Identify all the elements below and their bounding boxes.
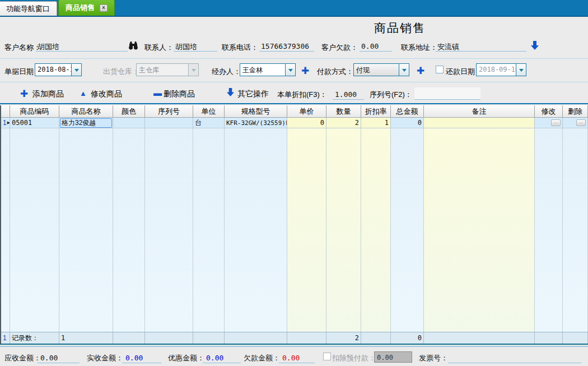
invoice-label: 发票号：: [419, 353, 448, 363]
cell-unit[interactable]: 台: [193, 118, 225, 128]
phone-label: 联系电话：: [222, 43, 258, 53]
column-header[interactable]: 序列号: [145, 105, 193, 117]
deduct-prepay-checkbox[interactable]: [323, 353, 331, 360]
table-row[interactable]: 1 ▶ 05001 格力32俊越 台 KFR-32GW/(32559)FN 0 …: [1, 118, 588, 128]
add-handler-icon[interactable]: ✚: [301, 65, 309, 77]
handler-label: 经办人：: [212, 67, 241, 77]
debt-label: 客户欠款：: [321, 43, 358, 53]
add-payment-icon[interactable]: ✚: [417, 65, 424, 77]
customer-name-input[interactable]: 胡国培: [36, 40, 128, 52]
handler-select[interactable]: 王金林: [240, 63, 296, 76]
cell-spec[interactable]: KFR-32GW/(32559)FN: [225, 118, 287, 128]
repay-date-select: 2018-09-16: [476, 63, 526, 76]
invoice-input[interactable]: [448, 351, 581, 363]
debt-amount-label: 欠款金额：: [244, 353, 280, 363]
column-header[interactable]: 折扣率: [361, 105, 391, 117]
row-number-cell: 1 ▶: [1, 118, 10, 128]
prepay-input: 0.00: [374, 351, 412, 363]
edit-product-button[interactable]: 修改商品: [91, 89, 122, 99]
column-header[interactable]: 数量: [326, 105, 361, 117]
cell-amount[interactable]: 0: [391, 118, 424, 128]
phone-input[interactable]: 15766379306: [259, 40, 314, 52]
column-header[interactable]: 修改: [535, 105, 563, 117]
cell-price[interactable]: 0: [287, 118, 326, 128]
page-title: 商品销售: [374, 20, 426, 36]
contact-input[interactable]: 胡国培: [174, 40, 217, 52]
doc-date-value: 2018-08-16: [35, 64, 71, 76]
customer-debt-value: 0.00: [360, 40, 392, 52]
address-input[interactable]: 安流镇: [436, 40, 526, 52]
add-product-button[interactable]: 添加商品: [32, 89, 64, 99]
repay-date-checkbox[interactable]: [436, 66, 444, 73]
products-grid: 商品编码 商品名称 颜色 序列号 单位 规格型号 单价 数量 折扣率 总金额 备…: [0, 105, 588, 345]
order-discount-label: 本单折扣(F3)：: [277, 90, 327, 100]
grid-header-row: 商品编码 商品名称 颜色 序列号 单位 规格型号 单价 数量 折扣率 总金额 备…: [1, 105, 588, 118]
payment-select[interactable]: 付现: [353, 63, 409, 76]
amount-sum: 0: [391, 332, 424, 344]
column-header[interactable]: 商品编码: [10, 105, 59, 117]
discount-amount-input[interactable]: 0.00: [203, 351, 241, 363]
tab-product-sales[interactable]: 商品销售 ×: [58, 0, 115, 16]
arrow-down-icon[interactable]: [531, 41, 539, 50]
chevron-down-icon[interactable]: [285, 64, 295, 76]
record-count-label: 记录数：: [10, 332, 59, 344]
delete-product-button[interactable]: 删除商品: [164, 89, 195, 99]
debt-amount-value: 0.00: [279, 351, 315, 363]
cell-color[interactable]: [113, 118, 145, 128]
tab-function-nav[interactable]: 功能导航窗口: [0, 1, 57, 16]
doc-date-select[interactable]: 2018-08-16: [35, 63, 82, 76]
column-header[interactable]: 规格型号: [225, 105, 287, 117]
other-actions-button[interactable]: 其它操作: [237, 89, 269, 99]
customer-form-row: 客户名称： 胡国培 联系人： 胡国培 联系电话： 15766379306 客户欠…: [0, 35, 588, 59]
column-header[interactable]: 商品名称: [59, 105, 113, 117]
discount-amount-label: 优惠金额：: [168, 353, 204, 363]
ellipsis-button[interactable]: …: [551, 119, 561, 126]
warehouse-label: 出货仓库：: [103, 67, 139, 77]
minus-icon[interactable]: ▬: [153, 88, 162, 98]
payment-label: 付款方式：: [317, 67, 353, 77]
warehouse-value: 主仓库: [137, 64, 188, 76]
repay-date-value: 2018-09-16: [477, 64, 516, 76]
arrow-down-icon[interactable]: [227, 88, 234, 98]
column-header[interactable]: 备注: [424, 105, 535, 117]
chevron-down-icon[interactable]: [71, 64, 81, 76]
chevron-down-icon: [516, 64, 526, 76]
ellipsis-button[interactable]: …: [576, 119, 586, 126]
chevron-down-icon[interactable]: [399, 64, 409, 76]
received-input[interactable]: 0.00: [122, 351, 161, 363]
cell-product-name[interactable]: 格力32俊越: [59, 118, 113, 128]
column-header[interactable]: 单位: [193, 105, 225, 117]
tab-label: 商品销售: [66, 3, 95, 13]
search-customer-icon[interactable]: [128, 41, 138, 50]
cell-serial[interactable]: [145, 118, 193, 128]
column-header[interactable]: 单价: [287, 105, 326, 117]
footer-row-number: 1: [1, 332, 10, 344]
deduct-prepay-label: 扣除预付款：: [332, 353, 376, 363]
cell-remark[interactable]: [424, 118, 535, 128]
close-icon[interactable]: ×: [100, 4, 108, 12]
column-header[interactable]: 颜色: [113, 105, 145, 117]
column-header[interactable]: 删除: [563, 105, 588, 117]
payment-value: 付现: [354, 64, 399, 76]
cell-qty[interactable]: 2: [326, 118, 361, 128]
serial-number-input[interactable]: [414, 87, 480, 100]
row-number: 1: [3, 119, 7, 127]
row-number-header: [1, 105, 10, 117]
grid-empty-area: [1, 128, 588, 332]
warehouse-select: 主仓库: [136, 63, 199, 76]
cell-delete: …: [563, 118, 588, 128]
selected-cell[interactable]: 格力32俊越: [60, 118, 112, 128]
cell-discount[interactable]: 1: [361, 118, 391, 128]
record-count-value: 1: [59, 332, 113, 344]
column-header[interactable]: 总金额: [391, 105, 424, 117]
document-form-row: 单据日期： 2018-08-16 出货仓库： 主仓库 经办人： 王金林 ✚ 付款…: [0, 59, 588, 82]
receivable-value: 0.00: [37, 351, 80, 363]
app-window: 功能导航窗口 商品销售 × 商品销售 客户名称： 胡国培 联系人： 胡国培 联系…: [0, 0, 588, 366]
tab-label: 功能导航窗口: [6, 4, 50, 14]
triangle-up-icon[interactable]: ▲: [80, 89, 87, 98]
contact-label: 联系人：: [144, 43, 174, 53]
order-discount-input[interactable]: 1.000: [333, 87, 364, 100]
cell-product-code[interactable]: 05001: [10, 118, 59, 128]
plus-icon[interactable]: ✚: [20, 88, 28, 100]
received-label: 实收金额：: [87, 353, 123, 363]
